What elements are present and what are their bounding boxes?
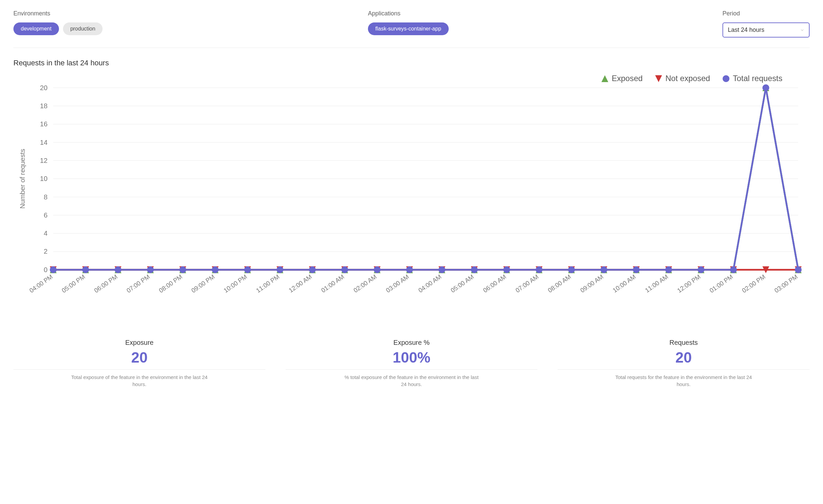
stat-card-requests: Requests 20 Total requests for the featu… xyxy=(558,339,810,388)
period-select-value: Last 24 hours xyxy=(728,26,764,34)
filter-label-environments: Environments xyxy=(13,10,348,17)
chevron-down-icon xyxy=(800,28,804,32)
svg-text:08:00 AM: 08:00 AM xyxy=(547,273,572,294)
stats-row: Exposure 20 Total exposure of the featur… xyxy=(13,339,810,388)
svg-text:09:00 AM: 09:00 AM xyxy=(579,273,605,294)
svg-text:03:00 AM: 03:00 AM xyxy=(385,273,410,294)
svg-text:07:00 AM: 07:00 AM xyxy=(514,273,540,294)
svg-text:06:00 PM: 06:00 PM xyxy=(93,273,119,294)
stat-desc: Total exposure of the feature in the env… xyxy=(69,374,210,388)
stat-divider xyxy=(13,369,265,370)
svg-point-102 xyxy=(276,266,283,273)
svg-text:10:00 PM: 10:00 PM xyxy=(223,273,248,294)
svg-point-116 xyxy=(730,266,737,273)
svg-point-118 xyxy=(795,266,802,273)
svg-point-114 xyxy=(665,266,672,273)
svg-point-105 xyxy=(374,266,380,273)
stat-value: 20 xyxy=(558,349,810,366)
svg-point-100 xyxy=(212,266,218,273)
svg-point-111 xyxy=(568,266,575,273)
svg-text:18: 18 xyxy=(40,102,48,110)
filter-label-applications: Applications xyxy=(368,10,702,17)
svg-point-113 xyxy=(633,266,640,273)
svg-text:16: 16 xyxy=(40,120,48,128)
period-select[interactable]: Last 24 hours xyxy=(722,22,810,38)
section-title: Requests in the last 24 hours xyxy=(13,59,810,67)
svg-text:11:00 PM: 11:00 PM xyxy=(255,273,280,294)
svg-text:12:00 PM: 12:00 PM xyxy=(676,273,702,294)
svg-marker-121 xyxy=(655,75,662,82)
filter-label-period: Period xyxy=(722,10,810,17)
svg-text:Not exposed: Not exposed xyxy=(666,74,710,83)
stat-value: 100% xyxy=(286,349,537,366)
svg-point-123 xyxy=(722,75,729,82)
svg-text:08:00 PM: 08:00 PM xyxy=(157,273,183,294)
application-pill-row: flask-surveys-container-app xyxy=(368,22,702,35)
stat-title: Exposure xyxy=(13,339,265,346)
svg-text:Exposed: Exposed xyxy=(612,74,642,83)
svg-text:06:00 AM: 06:00 AM xyxy=(482,273,508,294)
svg-text:Total requests: Total requests xyxy=(733,74,782,83)
svg-text:07:00 PM: 07:00 PM xyxy=(125,273,151,294)
svg-text:4: 4 xyxy=(44,230,48,237)
stat-divider xyxy=(558,369,810,370)
svg-text:03:00 PM: 03:00 PM xyxy=(773,273,799,294)
filter-group-applications: Applications flask-surveys-container-app xyxy=(368,10,702,38)
svg-text:11:00 AM: 11:00 AM xyxy=(644,273,670,294)
svg-point-103 xyxy=(309,266,316,273)
svg-point-109 xyxy=(503,266,510,273)
svg-point-98 xyxy=(147,266,154,273)
filter-group-environments: Environments development production xyxy=(13,10,348,38)
filter-group-period: Period Last 24 hours xyxy=(722,10,810,38)
svg-marker-119 xyxy=(602,75,608,82)
stat-desc: % total exposure of the feature in the e… xyxy=(341,374,482,388)
svg-text:8: 8 xyxy=(44,193,48,201)
svg-text:2: 2 xyxy=(44,248,48,255)
svg-text:04:00 PM: 04:00 PM xyxy=(28,273,54,294)
svg-text:0: 0 xyxy=(44,266,48,273)
app-pill-flask-surveys[interactable]: flask-surveys-container-app xyxy=(368,22,449,35)
svg-point-99 xyxy=(179,266,186,273)
svg-text:14: 14 xyxy=(40,139,48,146)
svg-point-106 xyxy=(406,266,413,273)
svg-text:6: 6 xyxy=(44,211,48,219)
svg-text:01:00 AM: 01:00 AM xyxy=(320,273,345,294)
svg-point-107 xyxy=(439,266,445,273)
svg-text:09:00 PM: 09:00 PM xyxy=(190,273,216,294)
svg-point-117 xyxy=(762,84,769,91)
svg-text:10: 10 xyxy=(40,175,48,182)
svg-point-97 xyxy=(115,266,121,273)
svg-text:12: 12 xyxy=(40,157,48,164)
stat-title: Requests xyxy=(558,339,810,346)
stat-title: Exposure % xyxy=(286,339,537,346)
svg-text:20: 20 xyxy=(40,84,48,91)
filter-bar: Environments development production Appl… xyxy=(13,10,810,48)
svg-point-112 xyxy=(600,266,607,273)
svg-point-95 xyxy=(50,266,57,273)
svg-point-115 xyxy=(698,266,704,273)
svg-text:02:00 PM: 02:00 PM xyxy=(741,273,766,294)
stat-card-exposure: Exposure 20 Total exposure of the featur… xyxy=(13,339,265,388)
requests-chart: 02468101214161820Number of requests04:00… xyxy=(13,71,810,315)
env-pill-development[interactable]: development xyxy=(13,22,59,35)
stat-divider xyxy=(286,369,537,370)
svg-text:01:00 PM: 01:00 PM xyxy=(708,273,734,294)
stat-desc: Total requests for the feature in the en… xyxy=(613,374,754,388)
svg-point-108 xyxy=(471,266,478,273)
env-pill-production[interactable]: production xyxy=(63,22,103,35)
svg-point-101 xyxy=(244,266,251,273)
svg-point-104 xyxy=(341,266,348,273)
environment-pill-row: development production xyxy=(13,22,348,35)
stat-card-exposure-pct: Exposure % 100% % total exposure of the … xyxy=(286,339,537,388)
svg-text:10:00 AM: 10:00 AM xyxy=(611,273,637,294)
svg-point-96 xyxy=(82,266,89,273)
svg-text:12:00 AM: 12:00 AM xyxy=(288,273,313,294)
svg-text:04:00 AM: 04:00 AM xyxy=(417,273,443,294)
svg-point-110 xyxy=(536,266,543,273)
stat-value: 20 xyxy=(13,349,265,366)
svg-text:05:00 AM: 05:00 AM xyxy=(449,273,475,294)
svg-text:Number of requests: Number of requests xyxy=(19,149,26,209)
svg-text:05:00 PM: 05:00 PM xyxy=(60,273,86,294)
svg-text:02:00 AM: 02:00 AM xyxy=(352,273,378,294)
